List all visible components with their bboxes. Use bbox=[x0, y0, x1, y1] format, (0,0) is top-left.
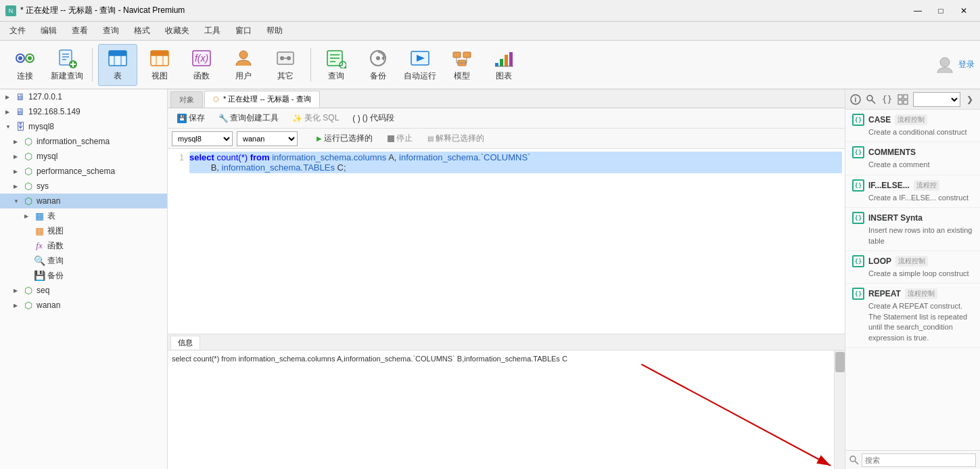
expand-icon-seq: ▶ bbox=[14, 288, 20, 294]
main-layout: ▶ 🖥 127.0.0.1 ▶ 🖥 192.168.5.149 ▼ 🗄 mysq… bbox=[0, 89, 980, 469]
chart-button[interactable]: 图表 bbox=[484, 44, 523, 86]
sidebar-item-backups[interactable]: 💾 备份 bbox=[0, 268, 167, 283]
run-selected-button[interactable]: ▶ 运行已选择的 bbox=[311, 131, 378, 146]
autorun-button[interactable]: 自动运行 bbox=[400, 44, 440, 86]
sidebar-item-192[interactable]: ▶ 🖥 192.168.5.149 bbox=[0, 104, 167, 119]
snippet-case-tag: 流程控制 bbox=[895, 114, 927, 125]
close-button[interactable]: ✕ bbox=[953, 4, 975, 18]
info-tab-info[interactable]: 信息 bbox=[170, 336, 200, 349]
sidebar-item-wanan[interactable]: ▼ ⬡ wanan bbox=[0, 194, 167, 208]
sidebar-item-127[interactable]: ▶ 🖥 127.0.0.1 bbox=[0, 89, 167, 104]
login-label[interactable]: 登录 bbox=[958, 59, 975, 70]
schema-select[interactable]: wanan bbox=[237, 131, 298, 146]
snippet-insert-title: INSERT Synta bbox=[868, 213, 923, 223]
connect-button[interactable]: 连接 bbox=[5, 44, 45, 86]
snippet-ifelse-desc: Create a IF...ELSE... construct bbox=[852, 193, 973, 203]
maximize-button[interactable]: □ bbox=[930, 4, 952, 18]
sidebar-item-seq[interactable]: ▶ ⬡ seq bbox=[0, 283, 167, 298]
menu-edit[interactable]: 编辑 bbox=[34, 23, 64, 39]
menu-help[interactable]: 帮助 bbox=[260, 23, 289, 39]
sidebar-item-wanan2[interactable]: ▶ ⬡ wanan bbox=[0, 298, 167, 313]
svg-line-58 bbox=[872, 100, 875, 104]
sidebar-item-mysql[interactable]: ▶ ⬡ mysql bbox=[0, 149, 167, 164]
snippet-case-header: {} CASE 流程控制 bbox=[852, 114, 973, 126]
view-button[interactable]: 视图 bbox=[140, 44, 179, 86]
sidebar-item-tables[interactable]: ▶ ▦ 表 bbox=[0, 208, 167, 223]
user-button[interactable]: 用户 bbox=[224, 44, 263, 86]
new-query-icon bbox=[56, 47, 78, 69]
info-scrollbar[interactable] bbox=[834, 351, 845, 469]
window-controls[interactable]: — □ ✕ bbox=[907, 4, 975, 18]
curly-brace-icon[interactable]: {} bbox=[881, 93, 893, 106]
menu-favorites[interactable]: 收藏夹 bbox=[158, 23, 196, 39]
snippet-ifelse-icon: {} bbox=[852, 179, 864, 192]
snippet-list: {} CASE 流程控制 Create a conditional constr… bbox=[845, 110, 980, 450]
info-panel: 信息 select count(*) from information_sche… bbox=[168, 334, 845, 469]
query-icon bbox=[325, 47, 347, 69]
query-label: 查询 bbox=[328, 70, 344, 82]
model-button[interactable]: 模型 bbox=[442, 44, 482, 86]
info-icon[interactable]: i bbox=[849, 93, 861, 106]
sidebar-item-info-schema[interactable]: ▶ ⬡ information_schema bbox=[0, 134, 167, 149]
sidebar-item-queries[interactable]: 🔍 查询 bbox=[0, 253, 167, 268]
snippet-repeat[interactable]: {} REPEAT 流程控制 Create A REPEAT construct… bbox=[845, 284, 980, 348]
line-number-1: 1 bbox=[170, 152, 184, 162]
snippet-case[interactable]: {} CASE 流程控制 Create a conditional constr… bbox=[845, 110, 980, 142]
snippet-comments-icon: {} bbox=[852, 146, 864, 158]
snippet-case-desc: Create a conditional construct bbox=[852, 127, 973, 137]
function-button[interactable]: f(x) 函数 bbox=[182, 44, 221, 86]
beautify-button[interactable]: ✨ 美化 SQL bbox=[287, 111, 344, 125]
other-button[interactable]: 其它 bbox=[266, 44, 305, 86]
tag-select[interactable]: 全部标签 bbox=[913, 92, 960, 107]
sidebar-label-tables: 表 bbox=[47, 210, 55, 222]
menu-file[interactable]: 文件 bbox=[3, 23, 32, 39]
right-panel: i {} 全部标签 ❯ bbox=[845, 89, 980, 469]
db-select[interactable]: mysql8 bbox=[172, 131, 233, 146]
svg-rect-48 bbox=[500, 59, 503, 66]
sidebar-label-views: 视图 bbox=[47, 225, 64, 237]
tab-object-label: 对象 bbox=[179, 95, 194, 105]
sidebar-item-views[interactable]: ▦ 视图 bbox=[0, 223, 167, 238]
snippet-insert[interactable]: {} INSERT Synta Insert new rows into an … bbox=[845, 208, 980, 251]
table-icon bbox=[107, 47, 129, 69]
app-icon: N bbox=[5, 5, 16, 16]
tab-query[interactable]: ⬡ * 正在处理 -- 无标题 - 查询 bbox=[204, 91, 320, 108]
snippet-loop[interactable]: {} LOOP 流程控制 Create a simple loop constr… bbox=[845, 251, 980, 284]
kw-select: select bbox=[189, 152, 214, 162]
chevron-right-icon[interactable]: ❯ bbox=[964, 93, 976, 106]
explain-button[interactable]: ▤ 解释已选择的 bbox=[422, 131, 490, 146]
minimize-button[interactable]: — bbox=[907, 4, 929, 18]
menu-tools[interactable]: 工具 bbox=[197, 23, 227, 39]
grid-icon[interactable] bbox=[897, 93, 908, 106]
snippet-comments[interactable]: {} COMMENTS Create a comment bbox=[845, 142, 980, 175]
autorun-icon bbox=[409, 47, 431, 69]
snippet-ifelse[interactable]: {} IF...ELSE... 流程控 Create a IF...ELSE..… bbox=[845, 175, 980, 208]
table-button[interactable]: 表 bbox=[98, 44, 137, 86]
connect-icon bbox=[14, 47, 36, 69]
right-search-input[interactable] bbox=[862, 453, 976, 467]
search-icon[interactable] bbox=[865, 93, 877, 106]
svg-point-26 bbox=[280, 56, 284, 60]
stop-button[interactable]: 停止 bbox=[382, 131, 418, 146]
autorun-label: 自动运行 bbox=[404, 70, 436, 82]
svg-point-4 bbox=[28, 56, 32, 60]
tbl-info-columns2: information_schema. bbox=[399, 152, 481, 162]
query-button[interactable]: 查询 bbox=[317, 44, 356, 86]
sidebar-item-mysql8[interactable]: ▼ 🗄 mysql8 bbox=[0, 119, 167, 134]
model-icon bbox=[451, 47, 473, 69]
tab-object[interactable]: 对象 bbox=[170, 91, 203, 108]
expand-icon-tables: ▶ bbox=[24, 213, 31, 219]
sidebar-item-functions[interactable]: fx 函数 bbox=[0, 238, 167, 253]
code-snippet-button[interactable]: ( ) () 代码段 bbox=[347, 111, 400, 125]
sidebar-item-perf[interactable]: ▶ ⬡ performance_schema bbox=[0, 164, 167, 179]
menu-format[interactable]: 格式 bbox=[127, 23, 157, 39]
menu-query[interactable]: 查询 bbox=[96, 23, 126, 39]
create-tool-button[interactable]: 🔧 查询创建工具 bbox=[213, 111, 284, 125]
save-button[interactable]: 💾 保存 bbox=[172, 111, 210, 125]
new-query-button[interactable]: 新建查询 bbox=[47, 44, 87, 86]
menu-view[interactable]: 查看 bbox=[65, 23, 95, 39]
backup-button[interactable]: 备份 bbox=[358, 44, 398, 86]
sidebar-item-sys[interactable]: ▶ ⬡ sys bbox=[0, 179, 167, 194]
sql-editor[interactable]: 1 select count(*) from information_schem… bbox=[168, 149, 845, 334]
menu-window[interactable]: 窗口 bbox=[229, 23, 258, 39]
